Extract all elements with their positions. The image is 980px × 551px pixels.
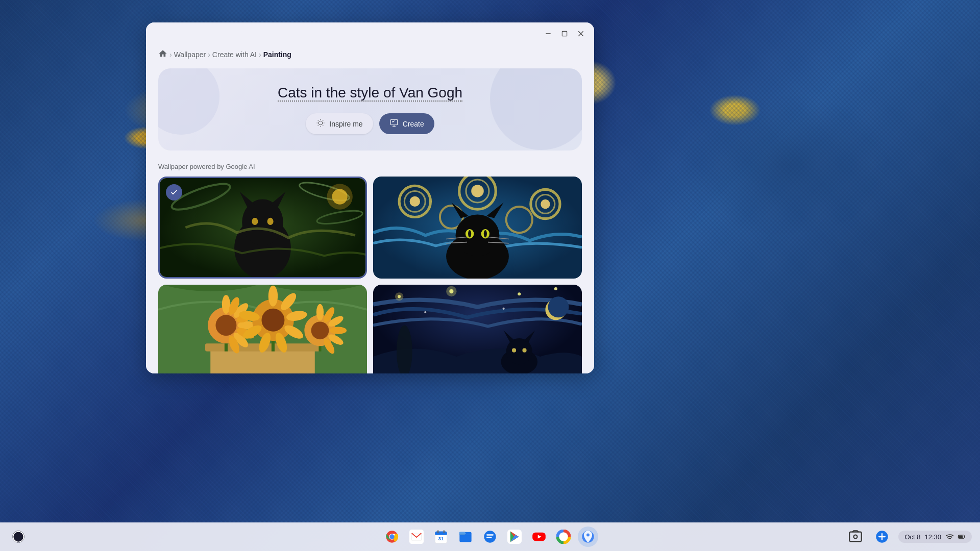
svg-point-44 <box>468 230 471 237</box>
breadcrumb-create-ai[interactable]: Create with AI <box>212 51 257 59</box>
svg-point-74 <box>311 321 329 339</box>
svg-point-90 <box>554 287 557 290</box>
svg-point-102 <box>12 531 24 542</box>
svg-rect-1 <box>562 31 567 36</box>
breadcrumb-sep-1: › <box>169 51 172 59</box>
svg-point-65 <box>268 286 278 307</box>
minimize-button[interactable] <box>541 27 555 41</box>
svg-point-24 <box>252 218 258 225</box>
taskbar: 31 <box>0 522 980 551</box>
svg-point-92 <box>503 308 505 310</box>
prompt-title: Cats in the style of Van Gogh <box>278 85 462 101</box>
svg-point-98 <box>512 348 516 353</box>
svg-point-124 <box>854 535 857 539</box>
svg-point-89 <box>518 292 521 295</box>
breadcrumb-wallpaper[interactable]: Wallpaper <box>174 51 206 59</box>
svg-point-99 <box>522 348 526 353</box>
svg-rect-123 <box>850 532 862 542</box>
launcher-button[interactable] <box>8 527 29 547</box>
home-icon[interactable] <box>158 49 167 60</box>
gmail-icon-button[interactable] <box>406 527 427 547</box>
inspire-me-button[interactable]: Inspire me <box>306 113 373 134</box>
add-icon-button[interactable] <box>872 527 892 547</box>
wallpaper-img-2 <box>373 177 582 279</box>
window-titlebar <box>146 22 594 45</box>
svg-point-95 <box>506 338 532 364</box>
svg-point-64 <box>261 309 284 332</box>
battery-icon <box>958 533 966 541</box>
wallpaper-item-4[interactable] <box>373 285 582 373</box>
svg-point-32 <box>471 185 484 197</box>
svg-point-105 <box>389 534 394 539</box>
wallpaper-section: Wallpaper powered by Google AI <box>158 163 582 373</box>
messages-icon-button[interactable] <box>480 527 500 547</box>
svg-point-54 <box>215 315 236 336</box>
prompt-actions: Inspire me Create <box>306 113 434 134</box>
svg-line-10 <box>323 125 324 126</box>
photos-icon-button[interactable] <box>553 527 574 547</box>
svg-point-29 <box>410 196 420 207</box>
chrome-icon-button[interactable] <box>382 527 402 547</box>
wallpaper-powered-label: Wallpaper powered by Google AI <box>158 163 582 170</box>
breadcrumb-painting: Painting <box>263 51 291 59</box>
prompt-text-part1: Cats in the style of <box>278 85 399 102</box>
wallpaper-item-2[interactable] <box>373 177 582 279</box>
window-content: Cats in the style of Van Gogh <box>146 68 594 373</box>
tray-date: Oct 8 <box>904 533 920 541</box>
svg-point-35 <box>541 199 550 209</box>
svg-line-9 <box>318 120 318 121</box>
create-icon <box>389 118 399 129</box>
svg-point-91 <box>424 311 426 313</box>
maximize-button[interactable] <box>557 27 572 41</box>
wifi-icon <box>945 533 953 541</box>
system-tray[interactable]: Oct 8 12:30 <box>898 531 972 543</box>
svg-point-25 <box>267 218 274 225</box>
svg-point-88 <box>446 286 456 296</box>
svg-point-101 <box>548 296 569 317</box>
svg-point-120 <box>561 534 566 539</box>
files-icon-button[interactable] <box>455 527 476 547</box>
svg-point-86 <box>395 292 403 300</box>
svg-point-39 <box>456 214 500 256</box>
svg-rect-109 <box>435 533 447 535</box>
play-store-icon-button[interactable] <box>504 527 525 547</box>
taskbar-left <box>8 527 29 547</box>
svg-point-19 <box>327 184 352 209</box>
wallpaper-grid <box>158 177 582 373</box>
selected-badge <box>166 184 182 201</box>
svg-point-45 <box>484 230 487 237</box>
breadcrumb: › Wallpaper › Create with AI › Painting <box>146 45 594 68</box>
breadcrumb-sep-3: › <box>259 51 261 59</box>
svg-point-4 <box>319 121 323 125</box>
svg-rect-129 <box>959 535 963 538</box>
svg-point-122 <box>586 534 590 537</box>
wallpaper-img-3 <box>158 285 367 373</box>
screenshot-icon-button[interactable] <box>845 527 866 547</box>
taskbar-center: 31 <box>382 527 598 547</box>
svg-rect-130 <box>964 536 965 538</box>
maps-icon-button[interactable] <box>578 527 598 547</box>
svg-line-11 <box>323 120 324 121</box>
calendar-icon-button[interactable]: 31 <box>431 527 451 547</box>
wallpaper-item-1[interactable] <box>158 177 367 279</box>
wallpaper-img-1 <box>160 178 365 277</box>
wallpaper-item-3[interactable] <box>158 285 367 373</box>
breadcrumb-sep-2: › <box>208 51 210 59</box>
prompt-text-part2: Van Gogh <box>399 85 462 102</box>
prompt-area: Cats in the style of Van Gogh <box>158 68 582 151</box>
tray-time: 12:30 <box>924 533 941 541</box>
svg-point-75 <box>316 304 324 321</box>
inspire-icon <box>316 118 325 129</box>
close-button[interactable] <box>574 27 588 41</box>
svg-text:31: 31 <box>438 536 444 541</box>
inspire-label: Inspire me <box>329 120 362 128</box>
svg-rect-13 <box>390 119 398 125</box>
taskbar-right: Oct 8 12:30 <box>845 527 972 547</box>
svg-point-79 <box>330 327 347 334</box>
svg-line-12 <box>318 125 318 126</box>
create-label: Create <box>403 120 424 128</box>
wallpaper-img-4 <box>373 285 582 373</box>
wallpaper-window: › Wallpaper › Create with AI › Painting … <box>146 22 594 373</box>
youtube-icon-button[interactable] <box>529 527 549 547</box>
create-button[interactable]: Create <box>379 113 434 134</box>
